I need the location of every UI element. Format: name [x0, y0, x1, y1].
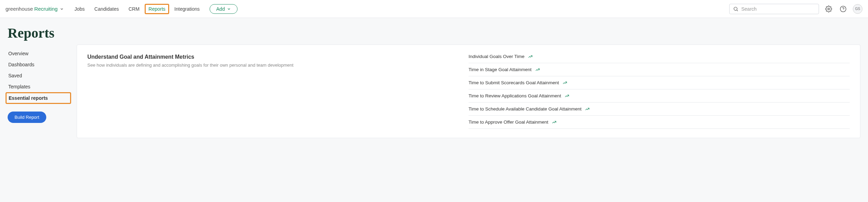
- gear-icon: [825, 6, 832, 12]
- avatar-initials: GS: [855, 7, 860, 11]
- chart-icon: [562, 80, 567, 85]
- search-input[interactable]: [741, 6, 815, 12]
- main-panel: Understand Goal and Attainment Metrics S…: [77, 45, 860, 138]
- nav-item-integrations[interactable]: Integrations: [170, 3, 204, 15]
- sidebar: Overview Dashboards Saved Templates Esse…: [8, 45, 77, 138]
- page-title: Reports: [0, 18, 868, 45]
- panel-desc: See how individuals are defining and acc…: [87, 62, 458, 68]
- nav-item-jobs[interactable]: Jobs: [70, 3, 89, 15]
- panel-left: Understand Goal and Attainment Metrics S…: [87, 54, 469, 129]
- report-label: Time in Stage Goal Attainment: [469, 67, 532, 72]
- nav-item-reports[interactable]: Reports: [145, 4, 169, 14]
- build-report-button[interactable]: Build Report: [8, 112, 46, 123]
- logo[interactable]: greenhouse Recruiting: [6, 6, 64, 12]
- report-label: Time to Submit Scorecards Goal Attainmen…: [469, 80, 559, 85]
- sidebar-item-templates[interactable]: Templates: [8, 81, 77, 92]
- chart-icon: [528, 54, 533, 59]
- panel-right: Individual Goals Over Time Time in Stage…: [469, 54, 850, 129]
- chart-icon: [585, 107, 590, 112]
- topbar: greenhouse Recruiting Jobs Candidates CR…: [0, 0, 868, 18]
- topbar-right: GS: [729, 4, 862, 14]
- report-row[interactable]: Individual Goals Over Time: [469, 54, 850, 63]
- chevron-down-icon[interactable]: [60, 7, 64, 11]
- avatar[interactable]: GS: [853, 4, 862, 14]
- report-row[interactable]: Time to Review Applications Goal Attainm…: [469, 89, 850, 103]
- add-button-label: Add: [216, 6, 225, 12]
- search-box[interactable]: [729, 4, 819, 14]
- nav-items: Jobs Candidates CRM Reports Integrations: [70, 3, 204, 15]
- logo-brand: greenhouse: [6, 6, 33, 12]
- chevron-down-icon: [227, 7, 231, 11]
- sidebar-item-essential-reports[interactable]: Essential reports: [6, 92, 71, 104]
- add-button[interactable]: Add: [210, 4, 238, 14]
- layout: Overview Dashboards Saved Templates Esse…: [0, 45, 868, 152]
- sidebar-item-dashboards[interactable]: Dashboards: [8, 59, 77, 70]
- report-row[interactable]: Time in Stage Goal Attainment: [469, 63, 850, 76]
- report-row[interactable]: Time to Submit Scorecards Goal Attainmen…: [469, 76, 850, 89]
- report-row[interactable]: Time to Schedule Available Candidate Goa…: [469, 103, 850, 116]
- svg-point-3: [840, 6, 846, 12]
- sidebar-item-saved[interactable]: Saved: [8, 70, 77, 81]
- svg-point-0: [734, 7, 737, 10]
- help-button[interactable]: [838, 4, 848, 14]
- svg-point-2: [828, 8, 830, 10]
- nav-item-candidates[interactable]: Candidates: [90, 3, 123, 15]
- report-label: Time to Approve Offer Goal Attainment: [469, 119, 548, 125]
- svg-line-1: [737, 10, 738, 11]
- report-row[interactable]: Time to Approve Offer Goal Attainment: [469, 116, 850, 129]
- panel-title: Understand Goal and Attainment Metrics: [87, 54, 458, 60]
- logo-product: Recruiting: [34, 6, 58, 12]
- report-label: Time to Schedule Available Candidate Goa…: [469, 106, 581, 112]
- chart-icon: [565, 94, 569, 98]
- sidebar-item-overview[interactable]: Overview: [8, 48, 77, 59]
- help-icon: [840, 6, 847, 12]
- chart-icon: [552, 120, 557, 125]
- report-label: Time to Review Applications Goal Attainm…: [469, 93, 561, 98]
- search-icon: [733, 6, 739, 12]
- nav-item-crm[interactable]: CRM: [124, 3, 144, 15]
- settings-button[interactable]: [824, 4, 833, 14]
- chart-icon: [535, 67, 540, 72]
- report-label: Individual Goals Over Time: [469, 54, 524, 59]
